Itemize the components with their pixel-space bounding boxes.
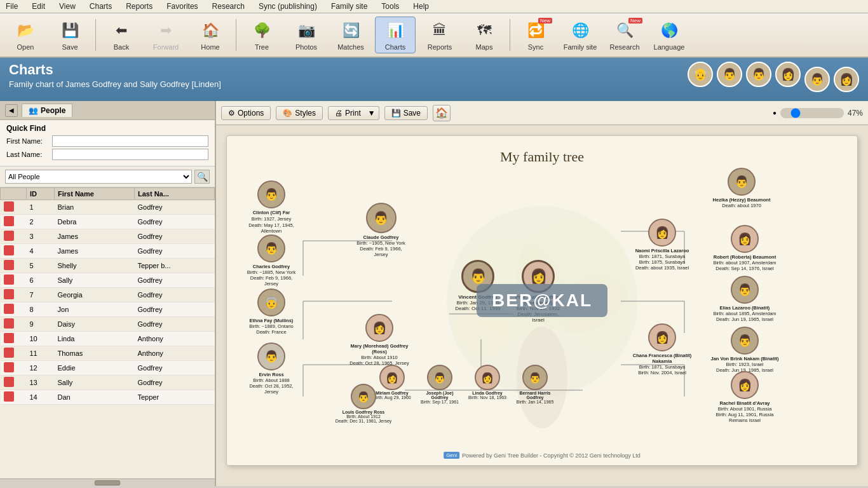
- person-id: 11: [26, 346, 54, 361]
- avatar-4[interactable]: 👩: [775, 62, 801, 87]
- table-row[interactable]: 13 Sally Godfrey: [1, 376, 215, 390]
- col-last-header[interactable]: Last Na...: [134, 188, 214, 200]
- reports-button[interactable]: 🏛 Reports: [419, 17, 460, 53]
- first-name-input[interactable]: [52, 135, 208, 147]
- avatar-3[interactable]: 👨: [746, 62, 771, 87]
- styles-button[interactable]: 🎨 Styles: [276, 106, 323, 120]
- person-info-3: Ethna Fay (Mullins) Birth: ~1889, Ontari…: [249, 318, 293, 335]
- table-row[interactable]: 4 James Godfrey: [1, 244, 215, 259]
- table-row[interactable]: 11 Thomas Anthony: [1, 346, 215, 361]
- menu-favorites[interactable]: Favorites: [165, 1, 200, 11]
- person-node-1[interactable]: 👨 Clinton (Clif) Far Birth: 1927, Jersey…: [246, 180, 297, 234]
- person-node-sally[interactable]: 👩 Prof. Sally Godfrey (Beaumont) Birth: …: [513, 260, 564, 323]
- print-button[interactable]: 🖨 Print: [328, 106, 368, 120]
- col-first-header[interactable]: First Name: [55, 188, 135, 200]
- person-node-rg2[interactable]: 👩 Robert (Roberta) Beaumont Birth: about…: [710, 225, 780, 271]
- tree-button[interactable]: 🌳 Tree: [241, 17, 282, 53]
- avatar-5[interactable]: 👨: [804, 67, 830, 92]
- avatar-2[interactable]: 👨: [717, 62, 742, 87]
- sidebar-collapse-button[interactable]: ◀: [5, 104, 18, 117]
- person-node-mother-info[interactable]: 👩 Mary (Morehead) Godfrey (Ross) Birth: …: [348, 314, 411, 366]
- person-node-3[interactable]: 👵 Ethna Fay (Mullins) Birth: ~1889, Onta…: [246, 288, 297, 335]
- research-button[interactable]: 🔍 Research New: [604, 17, 645, 53]
- table-row[interactable]: 5 Shelly Tepper b...: [1, 259, 215, 273]
- person-node-rm2[interactable]: 👩 Chana Francesca (Binatit) Nakamia Birt…: [627, 323, 697, 376]
- table-row[interactable]: 2 Debra Godfrey: [1, 215, 215, 229]
- col-id-header[interactable]: ID: [26, 188, 54, 200]
- chart-paper: My family tree BER@KAL: [226, 135, 858, 466]
- sync-button[interactable]: 🔁 Sync New: [515, 17, 556, 53]
- zoom-slider[interactable]: [780, 108, 844, 118]
- table-row[interactable]: 12 Eddie Godfrey: [1, 361, 215, 376]
- save-button[interactable]: 💾 Save: [50, 17, 90, 53]
- menu-familysite[interactable]: Family site: [329, 1, 369, 11]
- people-tab[interactable]: 👥 People: [22, 104, 72, 117]
- avatar-1[interactable]: 👴: [688, 62, 713, 87]
- person-last-name: Anthony: [134, 346, 214, 361]
- col-icon-header: [1, 188, 27, 200]
- people-filter-select[interactable]: All People: [5, 170, 192, 184]
- chart-toolbar: ⚙ Options 🎨 Styles 🖨 Print ▼ 💾 Save 🏠: [216, 101, 868, 125]
- person-id: 1: [26, 200, 54, 215]
- menu-charts[interactable]: Charts: [88, 1, 114, 11]
- menu-view[interactable]: View: [57, 1, 78, 11]
- charts-button[interactable]: 📊 Charts: [375, 17, 416, 53]
- table-row[interactable]: 8 Jon Godfrey: [1, 302, 215, 317]
- table-row[interactable]: 7 Georgia Godfrey: [1, 288, 215, 302]
- person-photo-child-2: 👨: [427, 365, 452, 390]
- sidebar-scroll-thumb[interactable]: [95, 480, 120, 485]
- person-photo-sally: 👩: [522, 260, 555, 293]
- person-node-father[interactable]: 👨 Claude Godfrey Birth: ~1905, New York …: [354, 203, 408, 257]
- filter-row: All People 🔍: [0, 166, 215, 187]
- menu-file[interactable]: File: [4, 1, 20, 11]
- person-node-4[interactable]: 👨 Ervin Ross Birth: About 1888 Death: Oc…: [246, 342, 297, 395]
- person-node-james[interactable]: 👨 Vincent Godfrey Birth: Jan 29, 1935 De…: [452, 260, 503, 311]
- chart-home-button[interactable]: 🏠: [433, 105, 451, 121]
- table-row[interactable]: 10 Linda Anthony: [1, 332, 215, 346]
- menu-tools[interactable]: Tools: [379, 1, 401, 11]
- filter-search-button[interactable]: 🔍: [194, 170, 210, 184]
- forward-button[interactable]: ➡ Forward: [146, 17, 186, 53]
- person-node-rg1[interactable]: 👨 Hezika (Hezzy) Beaumont Death: about 1…: [710, 168, 773, 208]
- print-dropdown-button[interactable]: ▼: [365, 106, 379, 120]
- menu-research[interactable]: Research: [210, 1, 247, 11]
- chart-save-button[interactable]: 💾 Save: [384, 106, 428, 120]
- person-first-name: Linda: [55, 332, 135, 346]
- menu-edit[interactable]: Edit: [30, 1, 47, 11]
- table-row[interactable]: 1 Brian Godfrey: [1, 200, 215, 215]
- photos-button[interactable]: 📷 Photos: [286, 17, 327, 53]
- back-label: Back: [114, 43, 129, 51]
- back-button[interactable]: ⬅ Back: [101, 17, 142, 53]
- matches-button[interactable]: 🔄 Matches: [330, 17, 371, 53]
- person-node-rg4[interactable]: 👨 Jan Von Brink Nakam (Binatit) Birth: 1…: [710, 327, 780, 373]
- table-row[interactable]: 6 Sally Godfrey: [1, 273, 215, 288]
- person-node-2[interactable]: 👨 Charles Godfrey Birth: ~1885, New York…: [246, 234, 297, 287]
- familysite-button[interactable]: 🌐 Family site: [560, 17, 600, 53]
- person-photo-child-3: 👩: [475, 365, 500, 390]
- person-node-rg5[interactable]: 👩 Rachel Binatit d'Avray Birth: About 19…: [710, 371, 780, 423]
- menu-sync[interactable]: Sync (publishing): [257, 1, 319, 11]
- print-label: Print: [345, 109, 361, 118]
- options-button[interactable]: ⚙ Options: [221, 106, 271, 120]
- avatar-6[interactable]: 👩: [834, 67, 859, 92]
- maps-button[interactable]: 🗺 Maps: [464, 17, 505, 53]
- person-node-rm1[interactable]: 👩 Naomi Priscilla Lazaroo Birth: 1871, S…: [627, 219, 697, 271]
- sidebar-horizontal-scrollbar[interactable]: [0, 478, 215, 486]
- toolbar-separator-3: [510, 19, 510, 51]
- menu-help[interactable]: Help: [411, 1, 431, 11]
- person-node-rg3[interactable]: 👨 Elias Lazaroo (Binatit) Birth: about 1…: [710, 276, 780, 322]
- table-row[interactable]: 9 Daisy Godfrey: [1, 317, 215, 332]
- familysite-icon: 🌐: [569, 19, 592, 42]
- menu-reports[interactable]: Reports: [124, 1, 154, 11]
- chart-canvas[interactable]: My family tree BER@KAL: [216, 125, 868, 486]
- last-name-input[interactable]: [52, 149, 208, 160]
- person-node-child-3[interactable]: 👩 Linda Godfrey Birth: Nov 18, 1963: [465, 365, 510, 400]
- person-node-child-2[interactable]: 👨 Joseph (Joe) Godfrey Birth: Sep 17, 19…: [417, 365, 462, 404]
- language-button[interactable]: 🌎 Language: [649, 17, 689, 53]
- open-button[interactable]: 📂 Open: [5, 17, 46, 53]
- person-node-child-4[interactable]: 👨 Bernard Harris Godfrey Birth: Jan 14, …: [513, 365, 557, 404]
- table-row[interactable]: 3 James Godfrey: [1, 229, 215, 244]
- home-button[interactable]: 🏠 Home: [190, 17, 231, 53]
- person-node-bottom-left[interactable]: 👨 Louis Godfrey Ross Birth: About 1912 D…: [335, 384, 392, 423]
- table-row[interactable]: 14 Dan Tepper: [1, 390, 215, 405]
